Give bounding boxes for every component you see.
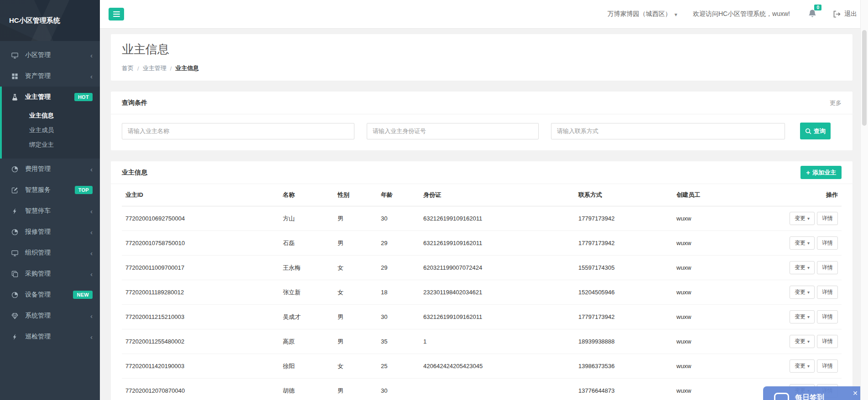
cell-name: 徐阳 <box>279 354 334 379</box>
logout-icon <box>833 10 841 18</box>
sidebar-item-3[interactable]: 费用管理 <box>0 159 100 179</box>
chevron-icon <box>90 166 93 173</box>
chevron-icon <box>90 208 93 215</box>
change-button[interactable]: 变更 <box>790 261 815 274</box>
column-header-2: 性别 <box>334 184 377 206</box>
column-header-7: 操作 <box>782 184 842 206</box>
cell-creator: wuxw <box>673 329 782 354</box>
search-label: 查询 <box>814 127 826 135</box>
sidebar-submenu: 业主信息业主成员绑定业主 <box>2 108 100 159</box>
detail-button[interactable]: 详情 <box>817 310 838 323</box>
community-selector[interactable]: 万博家博园（城西区） <box>608 10 677 18</box>
sidebar-item-label: 智慧服务 <box>25 186 51 194</box>
welcome-text: 欢迎访问HC小区管理系统，wuxw! <box>693 10 790 18</box>
breadcrumb: 首页 业主管理 业主信息 <box>122 64 842 72</box>
sidebar-item-label: 设备管理 <box>25 291 51 299</box>
cell-id_card: 632126199109162011 <box>420 305 575 329</box>
app-root: HC小区管理系统 小区管理资产管理业主管理HOT业主信息业主成员绑定业主费用管理… <box>0 0 868 400</box>
detail-button[interactable]: 详情 <box>817 261 838 274</box>
notifications-button[interactable]: 0 <box>808 9 816 20</box>
cell-phone: 15204505946 <box>575 280 673 305</box>
chevron-down-icon <box>675 10 677 18</box>
sidebar-item-8[interactable]: 采购管理 <box>0 263 100 284</box>
change-button[interactable]: 变更 <box>790 286 815 299</box>
cell-gender: 女 <box>334 354 377 379</box>
change-button[interactable]: 变更 <box>790 310 815 323</box>
column-header-1: 名称 <box>279 184 334 206</box>
cell-id: 772020012070870040 <box>122 379 279 400</box>
daily-checkin-popup: 每日签到 <box>763 386 864 400</box>
sidebar: HC小区管理系统 小区管理资产管理业主管理HOT业主信息业主成员绑定业主费用管理… <box>0 0 100 400</box>
sidebar-toggle-button[interactable] <box>109 8 124 21</box>
detail-button[interactable]: 详情 <box>817 212 838 225</box>
chevron-icon <box>90 250 93 256</box>
edit-icon <box>11 186 19 194</box>
chevron-icon <box>90 52 93 59</box>
detail-button[interactable]: 详情 <box>817 236 838 250</box>
sidebar-item-label: 业主管理 <box>25 93 51 101</box>
table-row: 772020011189280012张立新女182323011984020346… <box>122 280 842 305</box>
cell-phone: 15597174305 <box>575 256 673 280</box>
breadcrumb-home[interactable]: 首页 <box>122 64 134 72</box>
sidebar-subitem-2-1[interactable]: 业主成员 <box>2 123 100 138</box>
table-row: 772020011420190003徐阳女2542064242420542304… <box>122 354 842 379</box>
sidebar-item-2[interactable]: 业主管理HOT <box>2 87 100 108</box>
cell-actions: 变更详情 <box>782 206 842 231</box>
cell-id: 772020011009700017 <box>122 256 279 280</box>
close-icon[interactable] <box>852 390 858 397</box>
cell-name: 张立新 <box>279 280 334 305</box>
cell-phone: 18939938888 <box>575 329 673 354</box>
badge-new: NEW <box>73 291 93 299</box>
grid-icon <box>11 72 19 80</box>
table-row: 772020012070870040胡德男3013776644873wuxw变更… <box>122 379 842 400</box>
column-header-0: 业主ID <box>122 184 279 206</box>
cell-id: 772020011420190003 <box>122 354 279 379</box>
owner-idcard-input[interactable] <box>367 123 539 139</box>
sidebar-item-9[interactable]: 设备管理NEW <box>0 284 100 305</box>
sidebar-item-0[interactable]: 小区管理 <box>0 45 100 66</box>
owner-name-input[interactable] <box>122 123 354 139</box>
sidebar-item-7[interactable]: 组织管理 <box>0 242 100 263</box>
cell-id: 772020010692750004 <box>122 206 279 231</box>
sidebar-item-1[interactable]: 资产管理 <box>0 66 100 87</box>
bell-icon <box>808 9 816 18</box>
detail-button[interactable]: 详情 <box>817 335 838 348</box>
sidebar-item-5[interactable]: 智慧停车 <box>0 200 100 221</box>
chevron-icon <box>90 271 93 277</box>
logout-button[interactable]: 退出 <box>833 10 857 18</box>
table-row: 772020010758750010石磊男2963212619910916201… <box>122 231 842 256</box>
cell-id_card: 232301198402034621 <box>420 280 575 305</box>
cell-actions: 变更详情 <box>782 256 842 280</box>
more-link[interactable]: 更多 <box>830 99 842 107</box>
sidebar-item-10[interactable]: 系统管理 <box>0 305 100 326</box>
sidebar-subitem-2-0[interactable]: 业主信息 <box>2 108 100 123</box>
detail-button[interactable]: 详情 <box>817 286 838 299</box>
chevron-icon <box>90 73 93 80</box>
change-button[interactable]: 变更 <box>790 359 815 373</box>
change-button[interactable]: 变更 <box>790 236 815 250</box>
add-owner-button[interactable]: 添加业主 <box>800 166 842 179</box>
scrollbar[interactable] <box>860 0 868 400</box>
cell-name: 方山 <box>279 206 334 231</box>
sidebar-item-11[interactable]: 巡检管理 <box>0 326 100 347</box>
sidebar-subitem-2-2[interactable]: 绑定业主 <box>2 138 100 152</box>
contact-input[interactable] <box>551 123 785 139</box>
sidebar-item-label: 系统管理 <box>25 312 51 320</box>
breadcrumb-owner-mgmt[interactable]: 业主管理 <box>143 64 166 72</box>
table-row: 772020011255480002高原男35118939938888wuxw变… <box>122 329 842 354</box>
cell-phone: 17797173942 <box>575 231 673 256</box>
change-button[interactable]: 变更 <box>790 335 815 348</box>
scrollbar-thumb[interactable] <box>862 30 867 126</box>
sidebar-item-6[interactable]: 报修管理 <box>0 221 100 242</box>
cell-creator: wuxw <box>673 256 782 280</box>
column-header-5: 联系方式 <box>575 184 673 206</box>
detail-button[interactable]: 详情 <box>817 359 838 373</box>
search-button[interactable]: 查询 <box>800 123 831 139</box>
cell-name: 胡德 <box>279 379 334 400</box>
monitor-icon <box>11 51 19 59</box>
change-button[interactable]: 变更 <box>790 212 815 225</box>
app-logo[interactable]: HC小区管理系统 <box>0 0 100 41</box>
column-header-4: 身份证 <box>420 184 575 206</box>
gem-icon <box>11 312 19 320</box>
sidebar-item-4[interactable]: 智慧服务TOP <box>0 179 100 200</box>
